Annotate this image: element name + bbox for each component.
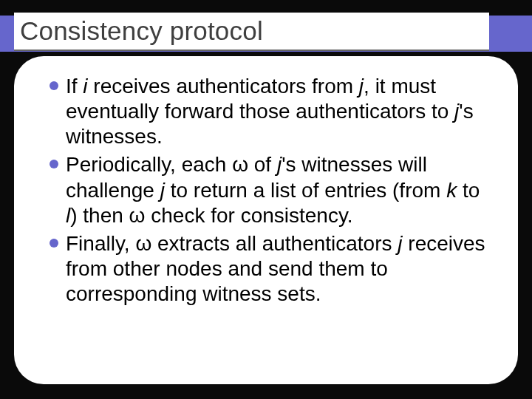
text-run: Finally, ω extracts all authenticators bbox=[66, 232, 398, 255]
text-run: receives authenticators from bbox=[88, 75, 359, 98]
bullet-text: If i receives authenticators from j, it … bbox=[66, 75, 474, 148]
text-run: If bbox=[66, 75, 83, 98]
slide-title: Consistency protocol bbox=[20, 16, 263, 46]
bullet-text: Periodically, each ω of j's witnesses wi… bbox=[66, 153, 480, 226]
content-panel: If i receives authenticators from j, it … bbox=[14, 56, 518, 384]
text-run: Periodically, each ω of bbox=[66, 153, 277, 176]
bullet-text: Finally, ω extracts all authenticators j… bbox=[66, 232, 485, 305]
bullet-icon bbox=[50, 81, 58, 90]
bullet-list: If i receives authenticators from j, it … bbox=[50, 74, 487, 307]
title-bar: Consistency protocol bbox=[14, 13, 489, 51]
bullet-item: Finally, ω extracts all authenticators j… bbox=[50, 231, 487, 307]
bullet-icon bbox=[50, 239, 58, 248]
bullet-item: Periodically, each ω of j's witnesses wi… bbox=[50, 152, 487, 228]
bullet-icon bbox=[50, 160, 58, 168]
slide: Consistency protocol If i receives authe… bbox=[0, 0, 532, 399]
text-run: ) then ω check for consistency. bbox=[70, 204, 352, 227]
text-run: to return a list of entries (from bbox=[165, 179, 446, 202]
text-run: to bbox=[457, 179, 480, 202]
var-k: k bbox=[446, 179, 457, 202]
bullet-item: If i receives authenticators from j, it … bbox=[50, 74, 487, 149]
